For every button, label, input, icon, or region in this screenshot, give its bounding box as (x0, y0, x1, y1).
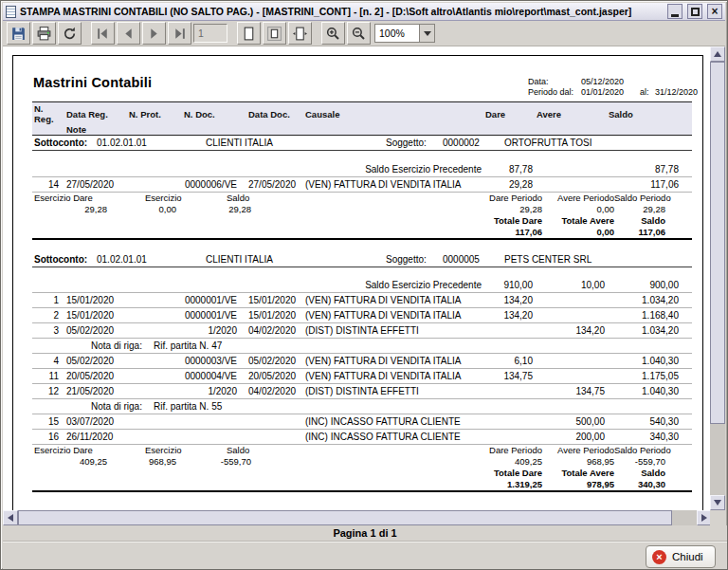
fit-width-icon (292, 26, 308, 42)
avere-periodo-value: 968,95 (542, 456, 614, 468)
opening-dare: 910,00 (483, 278, 535, 293)
triangle-down-icon (714, 500, 721, 506)
cell-saldo: 1.034,20 (607, 323, 692, 339)
maximize-icon (691, 8, 700, 16)
summary-left-values: 409,25968,95-559,70 (32, 456, 483, 468)
titlebar-texture (639, 7, 659, 17)
cell-dare: 6,10 (483, 354, 535, 369)
cell-causale: (INC) INCASSO FATTURA CLIENTE (303, 430, 483, 445)
minimize-button[interactable] (667, 4, 682, 19)
saldo-label: Saldo (227, 193, 249, 204)
cell-data-doc: 05/02/2020 (246, 354, 303, 369)
save-button[interactable] (7, 22, 30, 45)
nota-di-riga-label: Nota di riga: (91, 399, 154, 414)
opening-saldo: 87,78 (607, 162, 692, 177)
cell-n-prot (127, 414, 182, 430)
zoom-dropdown-button[interactable] (419, 25, 434, 42)
toolbar: 100% (3, 21, 725, 46)
totals-labels: Totale DareTotale AvereSaldo (483, 215, 692, 227)
note-text: Rif. partita N. 47 (154, 340, 222, 351)
fit-page-button[interactable] (263, 22, 286, 45)
cell-dare: 134,75 (483, 369, 535, 384)
spacer-cell (32, 239, 692, 252)
saldo-value: -559,70 (176, 456, 251, 468)
cell-avere: 200,00 (535, 430, 607, 445)
note-cell: Nota di riga:Rif. partita N. 47 (64, 339, 692, 354)
print-button[interactable] (32, 22, 56, 45)
scroll-up-button[interactable] (710, 46, 725, 62)
esercizio-dare-value: 29,28 (32, 204, 107, 215)
cell-data-doc: 15/01/2020 (246, 293, 303, 308)
totals-labels: Totale DareTotale AvereSaldo (483, 468, 692, 479)
cell-data-doc: 04/02/2020 (246, 384, 303, 399)
close-button[interactable]: × (707, 4, 722, 19)
prev-page-button[interactable] (117, 22, 140, 45)
periodo-label: Periodo dal: (528, 87, 581, 98)
cell-data-reg: 03/07/2020 (64, 414, 127, 430)
esercizio-avere-value: 968,95 (107, 456, 176, 468)
horizontal-scroll-track[interactable] (18, 510, 697, 525)
maximize-button[interactable] (687, 4, 702, 19)
cell-n-doc (182, 430, 246, 445)
zoom-select[interactable]: 100% (374, 24, 435, 43)
cell-causale: (DIST) DISTINTA EFFETTI (303, 323, 483, 339)
table-header-note-row: Note (32, 124, 692, 136)
vertical-scroll-thumb[interactable] (710, 62, 725, 424)
cell-dare (483, 414, 535, 430)
cell-n-doc: 0000001/VE (182, 308, 246, 323)
cell-causale: (VEN) FATTURA DI VENDITA ITALIA (303, 308, 483, 323)
close-report-button[interactable]: × Chiudi (646, 545, 716, 568)
dare-periodo-value: 409,25 (483, 456, 542, 468)
cell-saldo: 117,06 (607, 176, 692, 192)
saldo-label: Saldo (227, 445, 249, 456)
reload-button[interactable] (58, 22, 82, 45)
cell-data-reg: 05/02/2020 (64, 354, 127, 369)
cell-n-reg: 2 (32, 308, 64, 323)
next-page-button[interactable] (142, 22, 166, 45)
cell-data-reg: 27/05/2020 (64, 176, 127, 192)
summary-left-labels: Esercizio DareEsercizioSaldo (32, 445, 483, 457)
zoom-in-button[interactable] (321, 22, 345, 45)
horizontal-scrollbar[interactable] (3, 510, 712, 525)
totale-dare-label: Totale Dare (483, 468, 542, 479)
spacer-cell (32, 267, 692, 278)
section-header-cell: Sottoconto:01.02.01.01CLIENTI ITALIASogg… (32, 252, 692, 267)
page-number-input[interactable] (193, 24, 228, 43)
cell-avere (535, 308, 607, 323)
cell-data-reg: 15/01/2020 (64, 308, 127, 323)
cell-causale: (VEN) FATTURA DI VENDITA ITALIA (303, 354, 483, 369)
cell-avere (535, 369, 607, 384)
opening-avere: 10,00 (535, 278, 607, 293)
scroll-left-button[interactable] (3, 510, 18, 525)
fit-width-button[interactable] (288, 22, 312, 45)
last-page-button[interactable] (168, 22, 191, 45)
cell-n-prot (127, 430, 182, 445)
opening-balance-row: Saldo Esercizio Precedente910,0010,00900… (32, 278, 692, 293)
summary-right-values: 29,280,0029,28 (483, 204, 692, 215)
first-page-button[interactable] (91, 22, 115, 45)
zoom-out-button[interactable] (347, 22, 371, 45)
account-name: CLIENTI ITALIA (206, 252, 386, 267)
report-viewport: Mastrini Contabili Data:05/12/2020 Perio… (3, 46, 712, 510)
vertical-scroll-track[interactable] (710, 62, 725, 495)
totale-saldo-label: Saldo (614, 468, 679, 479)
totals-labels-row: Totale DareTotale AvereSaldo (32, 468, 692, 479)
entry-row: 215/01/20200000001/VE15/01/2020(VEN) FAT… (32, 308, 692, 323)
cell-n-doc: 0000001/VE (182, 293, 246, 308)
close-label: Chiudi (672, 551, 703, 562)
cell-n-doc: 1/2020 (182, 323, 246, 339)
cell-data-doc: 15/01/2020 (246, 308, 303, 323)
horizontal-scroll-thumb[interactable] (18, 510, 672, 525)
al-label: al: (640, 87, 655, 98)
entry-row: 1427/05/20200000006/VE27/05/2020(VEN) FA… (32, 176, 692, 192)
avere-periodo-value: 0,00 (542, 204, 614, 215)
sottoconto-label: Sottoconto: (34, 136, 97, 150)
totale-avere-label: Totale Avere (542, 215, 614, 227)
cell-data-doc (246, 414, 303, 430)
esercizio-dare-label: Esercizio Dare (32, 193, 145, 204)
actual-size-button[interactable] (237, 22, 261, 45)
vertical-scrollbar[interactable] (710, 46, 725, 510)
scroll-down-button[interactable] (710, 495, 725, 510)
cell-n-prot (127, 293, 182, 308)
esercizio-label: Esercizio (145, 445, 227, 456)
